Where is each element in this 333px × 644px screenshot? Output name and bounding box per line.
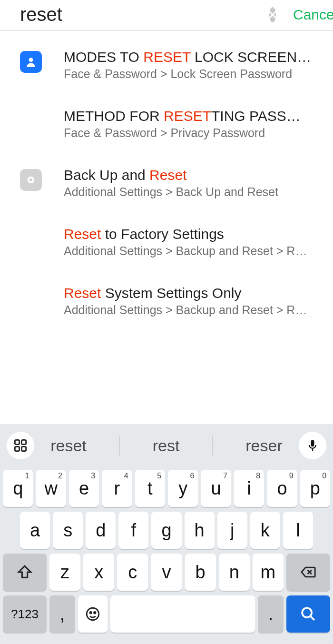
key-w[interactable]: w2: [36, 470, 66, 507]
key-s[interactable]: s: [53, 512, 83, 549]
key-n[interactable]: n: [219, 554, 250, 591]
key-q[interactable]: q1: [3, 470, 33, 507]
result-icon-empty: [20, 110, 42, 132]
key-o[interactable]: o9: [267, 470, 297, 507]
keyboard-suggestion[interactable]: reset: [50, 436, 87, 455]
key-t[interactable]: t5: [135, 470, 165, 507]
search-key[interactable]: [286, 595, 330, 633]
svg-point-8: [87, 608, 99, 620]
key-m[interactable]: m: [253, 554, 284, 591]
key-j[interactable]: j: [217, 512, 247, 549]
search-bar: Cancel: [0, 0, 333, 31]
key-l[interactable]: l: [283, 512, 313, 549]
key-g[interactable]: g: [151, 512, 181, 549]
svg-point-0: [29, 58, 33, 62]
result-text: METHOD FOR RESETTING PASSWO..Face & Pass…: [64, 108, 313, 140]
result-subtitle: Additional Settings > Back Up and Reset: [64, 185, 313, 199]
svg-rect-4: [21, 440, 26, 444]
result-title: MODES TO RESET LOCK SCREEN P..: [64, 49, 313, 65]
keyboard-suggestion[interactable]: rest: [153, 436, 180, 455]
divider: [212, 436, 213, 456]
result-title: Back Up and Reset: [64, 167, 313, 183]
comma-key[interactable]: ,: [49, 595, 75, 633]
key-v[interactable]: v: [151, 554, 182, 591]
key-y[interactable]: y6: [168, 470, 198, 507]
result-icon-empty: [20, 287, 42, 309]
key-z[interactable]: z: [49, 554, 80, 591]
result-icon-empty: [20, 228, 42, 250]
result-subtitle: Face & Password > Lock Screen Password: [64, 67, 313, 81]
keyboard-rows: q1w2e3r4t5y6u7i8o9p0 asdfghjkl zxcvbnm ?…: [0, 467, 333, 644]
keyboard-suggestion-bar: resetrestreser: [0, 424, 333, 467]
period-key[interactable]: .: [258, 595, 284, 633]
gear-icon: [20, 169, 42, 191]
search-result-item[interactable]: METHOD FOR RESETTING PASSWO..Face & Pass…: [20, 95, 313, 154]
key-i[interactable]: i8: [234, 470, 264, 507]
keyboard: resetrestreser q1w2e3r4t5y6u7i8o9p0 asdf…: [0, 424, 333, 644]
keyboard-suggestion[interactable]: reser: [245, 436, 282, 455]
result-title: METHOD FOR RESETTING PASSWO..: [64, 108, 313, 124]
symbols-key[interactable]: ?123: [3, 595, 47, 633]
result-title: Reset to Factory Settings: [64, 226, 313, 242]
shift-key[interactable]: [3, 554, 47, 591]
key-f[interactable]: f: [118, 512, 148, 549]
svg-point-9: [90, 612, 91, 613]
key-a[interactable]: a: [20, 512, 50, 549]
key-h[interactable]: h: [185, 512, 215, 549]
key-k[interactable]: k: [250, 512, 280, 549]
key-b[interactable]: b: [185, 554, 216, 591]
divider: [119, 436, 120, 456]
result-text: Reset System Settings OnlyAdditional Set…: [64, 285, 313, 317]
result-subtitle: Additional Settings > Backup and Reset >…: [64, 303, 313, 317]
contact-icon: [20, 51, 42, 73]
result-title: Reset System Settings Only: [64, 285, 313, 301]
key-r[interactable]: r4: [102, 470, 132, 507]
svg-point-2: [29, 178, 32, 181]
key-d[interactable]: d: [86, 512, 116, 549]
result-subtitle: Additional Settings > Backup and Reset >…: [64, 244, 313, 258]
result-text: MODES TO RESET LOCK SCREEN P..Face & Pas…: [64, 49, 313, 81]
search-result-item[interactable]: Reset to Factory SettingsAdditional Sett…: [20, 213, 313, 272]
svg-rect-3: [15, 440, 19, 444]
backspace-key[interactable]: [286, 554, 330, 591]
search-result-item[interactable]: MODES TO RESET LOCK SCREEN P..Face & Pas…: [20, 36, 313, 95]
cancel-button[interactable]: Cancel: [293, 7, 333, 23]
key-c[interactable]: c: [117, 554, 148, 591]
search-result-item[interactable]: Reset System Settings OnlyAdditional Set…: [20, 272, 313, 331]
mic-icon[interactable]: [299, 432, 326, 459]
svg-point-11: [302, 608, 312, 617]
result-text: Reset to Factory SettingsAdditional Sett…: [64, 226, 313, 258]
clear-icon[interactable]: [269, 7, 276, 22]
space-key[interactable]: [110, 595, 255, 633]
result-subtitle: Face & Password > Privacy Password: [64, 126, 313, 140]
apps-icon[interactable]: [7, 432, 34, 459]
search-input[interactable]: [20, 4, 261, 25]
emoji-key[interactable]: [78, 595, 108, 633]
result-text: Back Up and ResetAdditional Settings > B…: [64, 167, 313, 199]
search-results: MODES TO RESET LOCK SCREEN P..Face & Pas…: [0, 31, 333, 331]
key-p[interactable]: p0: [300, 470, 330, 507]
key-x[interactable]: x: [83, 554, 114, 591]
svg-rect-5: [15, 446, 19, 451]
key-e[interactable]: e3: [69, 470, 99, 507]
svg-rect-6: [21, 446, 26, 451]
key-u[interactable]: u7: [201, 470, 231, 507]
svg-point-10: [94, 612, 96, 613]
svg-rect-7: [312, 449, 313, 451]
search-result-item[interactable]: Back Up and ResetAdditional Settings > B…: [20, 154, 313, 213]
